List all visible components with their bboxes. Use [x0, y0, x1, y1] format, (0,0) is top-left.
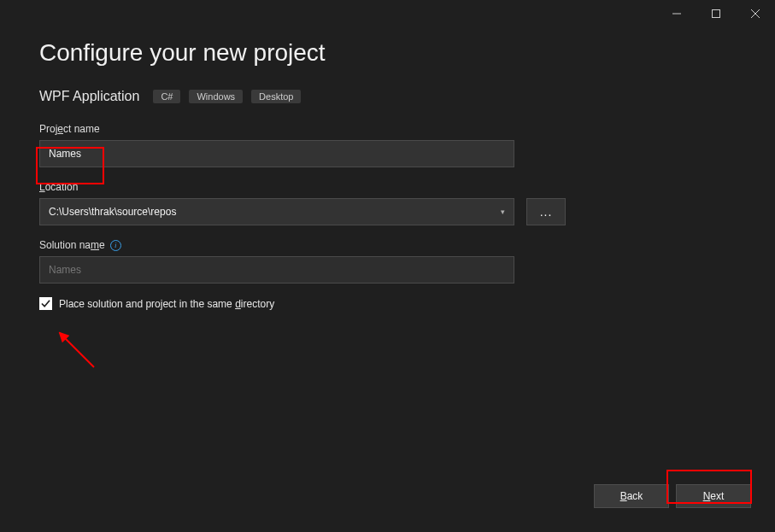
same-directory-label: Place solution and project in the same d…	[59, 298, 274, 310]
back-button[interactable]: Back	[594, 484, 669, 508]
tag-desktop: Desktop	[251, 90, 301, 103]
next-button[interactable]: Next	[676, 484, 751, 508]
page-title: Configure your new project	[39, 39, 736, 67]
location-group: Location C:\Users\thrak\source\repos ▾ .…	[39, 181, 736, 225]
same-directory-row: Place solution and project in the same d…	[39, 297, 736, 310]
project-name-label: Project name	[39, 123, 736, 135]
project-name-input[interactable]	[39, 140, 514, 167]
maximize-button[interactable]	[696, 0, 736, 27]
solution-name-input	[39, 256, 514, 284]
solution-name-group: Solution name i	[39, 239, 736, 284]
tag-csharp: C#	[153, 90, 180, 103]
annotation-arrow	[51, 324, 103, 376]
svg-line-5	[60, 333, 94, 367]
minimize-button[interactable]	[657, 0, 696, 27]
close-icon	[751, 9, 760, 18]
template-row: WPF Application C# Windows Desktop	[39, 89, 736, 104]
project-name-group: Project name	[39, 123, 736, 167]
minimize-icon	[672, 9, 681, 18]
same-directory-checkbox[interactable]	[39, 297, 52, 310]
maximize-icon	[712, 9, 720, 18]
window-titlebar	[0, 0, 775, 27]
close-button[interactable]	[736, 0, 775, 27]
footer-buttons: Back Next	[594, 484, 751, 508]
location-combo[interactable]: C:\Users\thrak\source\repos ▾	[39, 198, 514, 225]
template-name: WPF Application	[39, 89, 139, 104]
location-value: C:\Users\thrak\source\repos	[49, 206, 176, 218]
svg-rect-1	[713, 10, 720, 18]
solution-name-label: Solution name i	[39, 239, 736, 251]
browse-button[interactable]: ...	[526, 198, 566, 225]
info-icon[interactable]: i	[110, 240, 121, 251]
check-icon	[41, 299, 50, 308]
tag-windows: Windows	[189, 90, 243, 103]
main-content: Configure your new project WPF Applicati…	[0, 27, 775, 310]
location-row: C:\Users\thrak\source\repos ▾ ...	[39, 198, 736, 225]
chevron-down-icon: ▾	[501, 208, 505, 216]
location-label: Location	[39, 181, 736, 193]
